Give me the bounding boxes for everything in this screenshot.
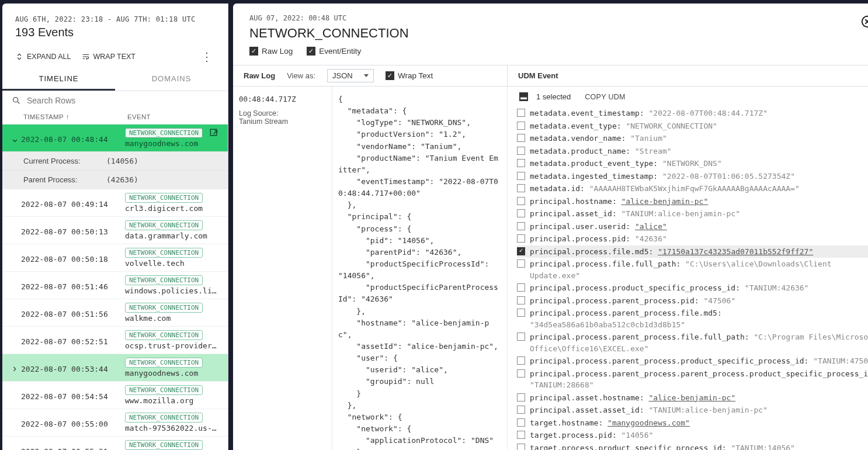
event-row[interactable]: 2022-08-07 00:52:51NETWORK_CONNECTIONocs…: [2, 326, 228, 354]
wrap-text-button[interactable]: WRAP TEXT: [82, 53, 136, 61]
row-timestamp: 2022-08-07 00:55:00: [21, 413, 125, 428]
udm-checkbox[interactable]: [517, 172, 525, 180]
udm-checkbox[interactable]: [517, 209, 525, 217]
udm-field-row[interactable]: principal.process.parent_process.pid: "4…: [517, 295, 868, 307]
udm-field-row[interactable]: target.process.product_specific_process_…: [517, 442, 868, 451]
event-row[interactable]: 2022-08-07 00:55:31NETWORK_CONNECTIONany…: [2, 436, 228, 450]
udm-field-row[interactable]: principal.asset.hostname: "alice-benjami…: [517, 392, 868, 404]
event-row[interactable]: 2022-08-07 00:50:18NETWORK_CONNECTIONvol…: [2, 244, 228, 271]
select-some-checkbox[interactable]: ▬: [519, 92, 528, 101]
event-desc: ocsp.trust-provider.c…: [125, 341, 220, 350]
udm-field-row[interactable]: principal.process.pid: "42636": [517, 233, 868, 245]
timestamp-header[interactable]: TIMESTAMP ↑: [23, 113, 127, 120]
udm-field-row[interactable]: metadata.id: "AAAAAH8TEWbaK5WxjhimFqwF7G…: [517, 182, 868, 195]
event-row[interactable]: ⌄2022-08-07 00:48:44NETWORK_CONNECTIONma…: [2, 124, 228, 151]
event-rows[interactable]: ⌄2022-08-07 00:48:44NETWORK_CONNECTIONma…: [2, 124, 228, 450]
udm-field-row[interactable]: principal.asset.asset_id: "TANIUM:alice-…: [517, 404, 868, 417]
udm-field-row[interactable]: target.hostname: "manygoodnews.com": [517, 417, 868, 430]
udm-field-row[interactable]: metadata.product_event_type: "NETWORK_DN…: [517, 157, 868, 170]
udm-field-row[interactable]: principal.process.parent_process.file.md…: [517, 307, 868, 331]
udm-checkbox[interactable]: [517, 406, 525, 414]
udm-checkbox[interactable]: [517, 356, 525, 365]
udm-field-row[interactable]: metadata.event_type: "NETWORK_CONNECTION…: [517, 120, 868, 133]
udm-list[interactable]: metadata.event_timestamp: "2022-08-07T00…: [508, 107, 868, 450]
udm-value[interactable]: "alice": [635, 222, 667, 231]
udm-field-row[interactable]: principal.process.parent_process.file.fu…: [517, 331, 868, 355]
udm-field-row[interactable]: principal.process.file.full_path: "C:\Us…: [517, 258, 868, 282]
udm-checkbox[interactable]: [517, 333, 525, 341]
udm-field-row[interactable]: principal.process.parent_process.parent_…: [517, 368, 868, 392]
expand-all-button[interactable]: EXPAND ALL: [15, 53, 71, 61]
more-menu-button[interactable]: ⋮: [201, 51, 215, 63]
search-input[interactable]: [27, 96, 218, 105]
udm-checkbox[interactable]: [517, 418, 525, 427]
udm-checkbox[interactable]: [517, 369, 525, 378]
event-desc: volvelle.tech: [125, 259, 220, 268]
udm-value[interactable]: "manygoodnews.com": [607, 418, 690, 427]
tab-domains[interactable]: DOMAINS: [115, 68, 228, 91]
viewas-select[interactable]: JSON: [327, 69, 374, 82]
udm-value[interactable]: "alice-benjamin-pc": [622, 197, 709, 206]
udm-checkbox[interactable]: [517, 309, 525, 317]
udm-checkbox[interactable]: [517, 134, 525, 142]
event-row[interactable]: 2022-08-07 00:54:54NETWORK_CONNECTIONwww…: [2, 381, 228, 409]
event-row[interactable]: 2022-08-07 00:55:00NETWORK_CONNECTIONmat…: [2, 409, 228, 436]
udm-checkbox[interactable]: [517, 122, 525, 130]
udm-field-row[interactable]: target.process.pid: "14056": [517, 429, 868, 442]
evententity-toggle[interactable]: ✓Event/Entity: [307, 47, 361, 56]
udm-key: principal.process.file.full_path:: [530, 259, 685, 268]
udm-checkbox[interactable]: [517, 283, 525, 292]
udm-field-row[interactable]: ✓principal.process.file.md5: "17150a137c…: [517, 245, 868, 258]
wraptext-toggle[interactable]: ✓Wrap Text: [386, 71, 433, 80]
udm-event-header: UDM Event: [508, 71, 569, 80]
udm-checkbox[interactable]: [517, 109, 525, 117]
udm-checkbox[interactable]: [517, 222, 525, 230]
udm-checkbox[interactable]: [517, 159, 525, 167]
event-type-tag: NETWORK_CONNECTION: [125, 193, 203, 203]
udm-field-row[interactable]: principal.process.product_specific_proce…: [517, 282, 868, 295]
rawlog-json[interactable]: { "metadata": { "logType": "NETWORK_DNS"…: [332, 86, 508, 450]
event-type-tag: NETWORK_CONNECTION: [125, 303, 203, 313]
udm-value: "Tanium": [630, 134, 667, 143]
open-detail-icon[interactable]: [209, 128, 220, 140]
close-button[interactable]: [861, 15, 868, 30]
expand-icon: [15, 53, 23, 61]
udm-value[interactable]: "17150a137c43235ad07011b552f9ff27": [658, 247, 813, 256]
copy-udm-button[interactable]: COPY UDM: [585, 93, 626, 101]
selected-count: 1 selected: [536, 92, 571, 101]
udm-checkbox[interactable]: [517, 184, 525, 192]
udm-field-row[interactable]: principal.process.parent_process.product…: [517, 355, 868, 368]
udm-checkbox[interactable]: [517, 259, 525, 268]
udm-checkbox[interactable]: ✓: [517, 247, 525, 255]
event-row[interactable]: 2022-08-07 00:51:46NETWORK_CONNECTIONwin…: [2, 271, 228, 299]
udm-field-row[interactable]: principal.user.userid: "alice": [517, 220, 868, 233]
udm-checkbox[interactable]: [517, 296, 525, 304]
udm-checkbox[interactable]: [517, 147, 525, 155]
udm-checkbox[interactable]: [517, 234, 525, 243]
udm-value: "TANIUM:alice-benjamin-pc": [649, 406, 768, 414]
udm-key: principal.hostname:: [530, 197, 622, 206]
udm-value: "TANIUM:28668": [530, 380, 594, 389]
udm-field-row[interactable]: principal.asset_id: "TANIUM:alice-benjam…: [517, 207, 868, 220]
event-desc: crl3.digicert.com: [125, 204, 220, 213]
tab-timeline[interactable]: TIMELINE: [2, 68, 115, 91]
udm-field-row[interactable]: principal.hostname: "alice-benjamin-pc": [517, 195, 868, 208]
event-type-tag: NETWORK_CONNECTION: [125, 128, 203, 138]
udm-key: principal.process.parent_process.parent_…: [530, 369, 868, 378]
udm-checkbox[interactable]: [517, 197, 525, 205]
udm-checkbox[interactable]: [517, 393, 525, 401]
udm-key: metadata.product_event_type:: [530, 159, 662, 168]
event-row[interactable]: 2022-08-07 00:50:13NETWORK_CONNECTIONdat…: [2, 216, 228, 244]
udm-checkbox[interactable]: [517, 444, 525, 451]
udm-field-row[interactable]: metadata.vendor_name: "Tanium": [517, 132, 868, 145]
udm-value[interactable]: "alice-benjamin-pc": [649, 393, 736, 402]
event-row[interactable]: 2022-08-07 00:51:56NETWORK_CONNECTIONwal…: [2, 299, 228, 326]
rawlog-toggle[interactable]: ✓Raw Log: [249, 47, 293, 56]
udm-field-row[interactable]: metadata.event_timestamp: "2022-08-07T00…: [517, 107, 868, 120]
row-timestamp: 2022-08-07 00:49:14: [21, 193, 125, 209]
udm-field-row[interactable]: metadata.product_name: "Stream": [517, 145, 868, 158]
udm-checkbox[interactable]: [517, 431, 525, 439]
event-row[interactable]: ›2022-08-07 00:53:44NETWORK_CONNECTIONma…: [2, 354, 228, 381]
event-row[interactable]: 2022-08-07 00:49:14NETWORK_CONNECTIONcrl…: [2, 189, 228, 216]
udm-field-row[interactable]: metadata.ingested_timestamp: "2022-08-07…: [517, 170, 868, 183]
